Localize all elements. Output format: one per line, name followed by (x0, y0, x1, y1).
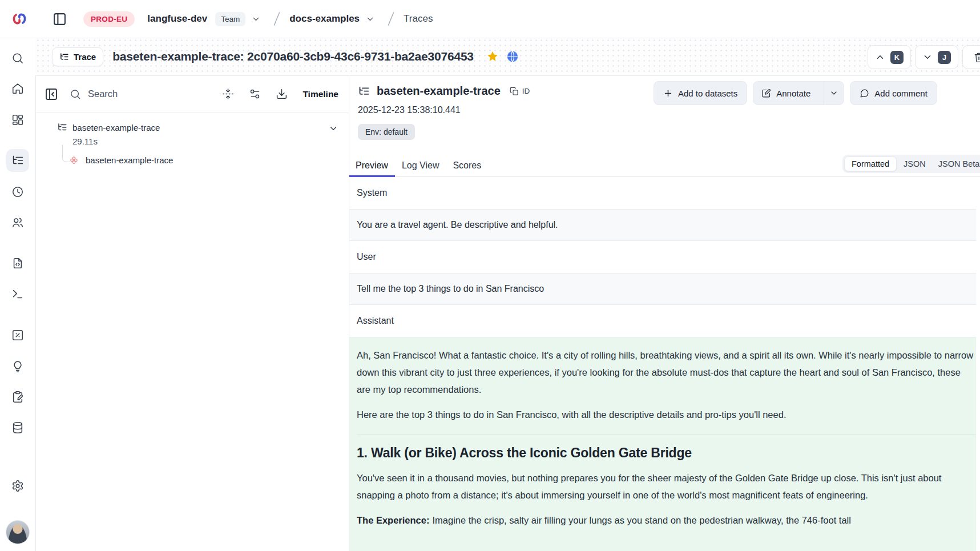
view-settings-button[interactable] (249, 88, 261, 100)
breadcrumb-section[interactable]: Traces (404, 13, 433, 25)
tree-child-node[interactable]: baseten-example-trace (35, 155, 349, 165)
tree-node-duration: 29.11s (72, 136, 338, 146)
comment-bubble-icon (860, 89, 869, 98)
bookmark-star-button[interactable] (486, 50, 499, 63)
tab-scores[interactable]: Scores (446, 155, 488, 176)
sidebar-item-insights[interactable] (6, 355, 29, 378)
timeline-toggle-label[interactable]: Timeline (303, 89, 338, 99)
trace-tree: baseten-example-trace 29.11s baseten-exa… (35, 113, 349, 165)
annotate-split-button: Annotate (753, 81, 844, 105)
chevron-down-icon (328, 123, 338, 134)
breadcrumb-separator (386, 11, 396, 27)
search-icon (70, 89, 81, 100)
id-label: ID (522, 87, 530, 95)
tree-toolbar: Timeline (35, 75, 349, 113)
sidebar-item-datasets[interactable] (6, 416, 29, 439)
sidebar-item-search[interactable] (6, 47, 29, 70)
add-to-datasets-button[interactable]: Add to datasets (654, 81, 747, 105)
observation-actions: Add to datasets Annotate Add comment (654, 81, 937, 105)
trace-type-badge: Trace (52, 47, 103, 66)
add-comment-button[interactable]: Add comment (850, 81, 937, 105)
list-tree-icon (59, 52, 69, 62)
file-code-icon (11, 257, 24, 270)
scrollbar-gutter[interactable] (976, 190, 980, 551)
org-type-badge: Team (215, 12, 245, 26)
search-icon (11, 52, 24, 65)
panel-left-icon (53, 12, 67, 26)
copy-id-button[interactable] (510, 87, 519, 96)
sidebar-item-prompts[interactable] (6, 252, 29, 275)
tree-connector-line (62, 145, 70, 162)
format-json-option[interactable]: JSON (898, 156, 931, 171)
list-tree-icon (11, 154, 24, 167)
observation-title: baseten-example-trace (377, 85, 501, 98)
langfuse-logo-icon (11, 11, 27, 27)
next-trace-button[interactable]: J (915, 45, 958, 69)
tab-preview[interactable]: Preview (349, 155, 395, 176)
keyboard-shortcut-badge: K (890, 51, 904, 64)
star-icon (486, 50, 499, 63)
format-toggle: Formatted JSON JSON Beta (842, 155, 980, 173)
download-icon (276, 88, 288, 100)
search-input[interactable] (87, 88, 175, 100)
globe-icon (506, 50, 519, 63)
tree-root-node[interactable]: baseten-example-trace 29.11s (35, 122, 349, 146)
keyboard-shortcut-badge: J (938, 51, 951, 64)
dashboard-grid-icon (11, 114, 24, 126)
tab-log-view[interactable]: Log View (395, 155, 446, 176)
list-tree-icon (358, 85, 370, 97)
chevron-down-icon (365, 14, 375, 24)
app-sidebar-rail (0, 38, 36, 551)
annotate-label: Annotate (776, 89, 810, 98)
sidebar-item-traces[interactable] (6, 149, 29, 172)
add-comment-label: Add comment (874, 89, 927, 98)
collapse-node-button[interactable] (328, 123, 338, 134)
chevron-down-icon (922, 52, 933, 62)
lightbulb-icon (11, 360, 24, 373)
assistant-message: Ah, San Francisco! What a fantastic choi… (349, 337, 980, 551)
tree-node-label: baseten-example-trace (86, 155, 173, 165)
trace-navigation: K J (868, 45, 980, 69)
add-to-datasets-label: Add to datasets (678, 89, 737, 98)
project-switcher-button[interactable] (365, 14, 375, 24)
terminal-icon (11, 288, 24, 300)
collapse-all-button[interactable] (222, 88, 234, 100)
trace-title: baseten-example-trace: 2c070a60-3cb9-43c… (112, 50, 474, 63)
sidebar-item-dashboards[interactable] (6, 108, 29, 131)
format-formatted-option[interactable]: Formatted (844, 156, 897, 171)
org-switcher-button[interactable] (251, 14, 261, 24)
sidebar-item-settings[interactable] (6, 474, 29, 497)
sidebar-item-users[interactable] (6, 211, 29, 234)
trace-badge-label: Trace (74, 52, 96, 62)
trace-peek-header: Trace baseten-example-trace: 2c070a60-3c… (35, 38, 980, 76)
assistant-paragraph: Ah, San Francisco! What a fantastic choi… (357, 347, 976, 398)
panel-left-close-icon (45, 87, 58, 101)
previous-trace-button[interactable]: K (868, 45, 911, 69)
database-icon (11, 421, 24, 434)
breadcrumb-project[interactable]: docs-examples (289, 13, 360, 25)
collapse-panel-button[interactable] (45, 87, 58, 101)
format-json-beta-option[interactable]: JSON Beta (933, 156, 980, 171)
delete-trace-button[interactable] (962, 45, 980, 69)
user-avatar[interactable] (6, 520, 30, 544)
sidebar-item-annotation[interactable] (6, 385, 29, 408)
sidebar-toggle-button[interactable] (50, 10, 68, 28)
detail-tabs: Preview Log View Scores Formatted JSON J… (349, 155, 980, 177)
annotate-button[interactable]: Annotate (753, 82, 818, 104)
download-button[interactable] (276, 88, 288, 100)
chevron-down-icon (251, 14, 261, 24)
public-share-button[interactable] (506, 50, 519, 63)
breadcrumb-org[interactable]: langfuse-dev (147, 13, 207, 25)
system-message: You are a travel agent. Be descriptive a… (349, 209, 980, 241)
sidebar-item-evaluation[interactable] (6, 324, 29, 347)
clipboard-pen-icon (11, 391, 24, 403)
list-tree-icon (57, 122, 67, 132)
sidebar-item-playground[interactable] (6, 283, 29, 305)
annotate-dropdown-button[interactable] (824, 82, 844, 104)
square-pen-icon (761, 89, 771, 98)
sidebar-item-home[interactable] (6, 77, 29, 100)
plus-icon (663, 89, 673, 98)
sidebar-item-sessions[interactable] (6, 180, 29, 203)
home-icon (11, 82, 24, 95)
env-default-badge: Env: default (358, 124, 415, 140)
